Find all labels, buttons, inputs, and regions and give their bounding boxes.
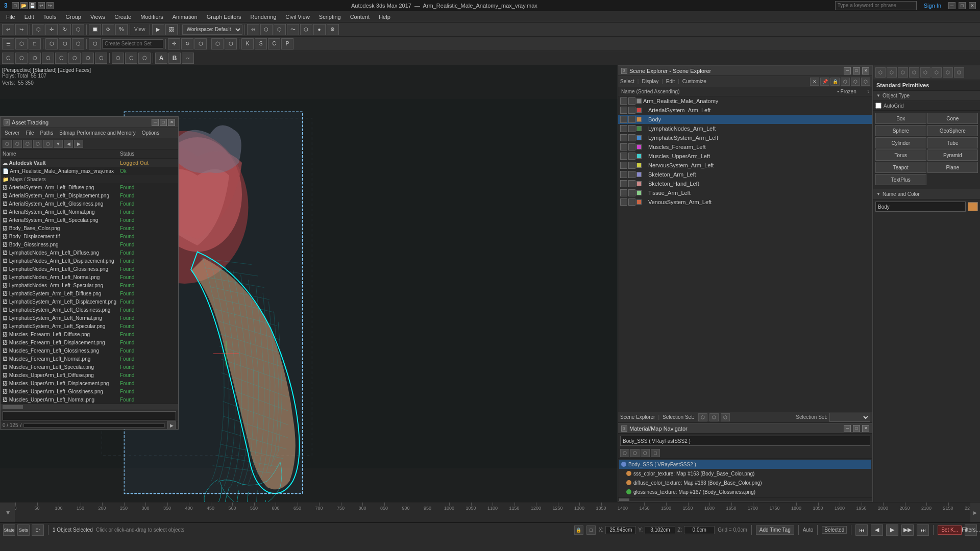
name-color-swatch[interactable] (968, 202, 978, 211)
asset-restore-btn[interactable]: □ (160, 119, 167, 126)
at-menu-file[interactable]: File (23, 130, 36, 136)
er-btn[interactable]: Er (32, 524, 44, 536)
at-menu-bitmap-perf[interactable]: Bitmap Performance and Memory (57, 130, 138, 136)
shape-btn-3[interactable]: ⬡ (138, 53, 151, 64)
redo-tool[interactable]: ↪ (15, 24, 28, 35)
set-key-btn[interactable]: Set K... (938, 525, 962, 535)
primitive-tube-btn[interactable]: Tube (927, 137, 978, 148)
asset-list-item[interactable]: 🖼 ArterialSystem_Arm_Left_Displacement.p… (1, 191, 178, 199)
viewport-nav-3[interactable]: ⬡ (29, 53, 41, 64)
props-icon-3[interactable]: ⬡ (898, 67, 908, 78)
asset-minimize-btn[interactable]: ─ (152, 119, 159, 126)
scene-list-item[interactable]: Tissue_Arm_Left (618, 188, 872, 197)
menu-tools[interactable]: Tools (39, 13, 61, 21)
object-type-section-header[interactable]: ▼ Object Type (873, 91, 980, 101)
primitive-pyramid-btn[interactable]: Pyramid (927, 149, 978, 161)
mirror-tool[interactable]: ⇔ (247, 24, 259, 35)
keyboard-shortcut-override-btn[interactable]: K (241, 38, 254, 49)
redo-btn[interactable]: ↪ (46, 2, 54, 9)
asset-list-item[interactable]: 🖼 ArterialSystem_Arm_Left_Specular.pngFo… (1, 216, 178, 224)
reference-coord-btn[interactable]: ⬡ (211, 38, 224, 49)
menu-modifiers[interactable]: Modifiers (136, 13, 167, 21)
at-tb-btn-8[interactable]: ▶ (74, 140, 83, 148)
rotate-transform-btn[interactable]: ↻ (181, 38, 193, 49)
asset-list-item[interactable]: 🖼 Muscles_Forearm_Left_Glossiness.pngFou… (1, 346, 178, 355)
at-menu-paths[interactable]: Paths (38, 130, 56, 136)
at-tb-btn-6[interactable]: ▼ (54, 140, 63, 148)
name-color-section-header[interactable]: ▼ Name and Color (873, 189, 980, 199)
asset-scrollbar-horizontal[interactable] (1, 404, 178, 410)
sign-in-btn[interactable]: Sign In (924, 3, 941, 9)
render-toggle[interactable] (628, 171, 635, 178)
scene-list-item[interactable]: ArterialSystem_Arm_Left (618, 106, 872, 115)
scene-list-item[interactable]: Skeleton_Hand_Left (618, 179, 872, 188)
at-tb-btn-3[interactable]: ⬡ (23, 140, 32, 148)
scene-exp-customize[interactable]: Customize (682, 79, 706, 84)
scene-exp-icon-1[interactable]: ⬡ (841, 78, 850, 86)
mat-list-item[interactable]: Body_SSS ( VRayFastSSS2 ) (619, 460, 871, 469)
menu-civil-view[interactable]: Civil View (281, 13, 313, 21)
render-toggle[interactable] (628, 143, 635, 151)
key-filters-btn[interactable]: Filters... (965, 524, 977, 536)
schematic-btn[interactable]: ⬡ (300, 24, 312, 35)
scene-list-item[interactable]: Muscles_UpperArm_Left (618, 152, 872, 161)
named-sel-btn[interactable]: ⬡ (89, 38, 101, 49)
viewport-nav-5[interactable]: ⬡ (55, 53, 67, 64)
menu-graph-editors[interactable]: Graph Editors (203, 13, 246, 21)
asset-list-item[interactable]: 📄 Arm_Realistic_Male_Anatomy_max_vray.ma… (1, 167, 178, 175)
scene-list-item[interactable]: LymphaticSystem_Arm_Left (618, 133, 872, 142)
props-icon-5[interactable]: ⬡ (920, 67, 930, 78)
undo-btn[interactable]: ↩ (38, 2, 45, 9)
visibility-toggle[interactable] (620, 143, 627, 151)
scene-exp-icon-2[interactable]: ⬡ (851, 78, 860, 86)
close-btn[interactable]: ✕ (969, 2, 976, 9)
at-menu-options[interactable]: Options (140, 130, 161, 136)
asset-list-item[interactable]: 🖼 LymphaticSystem_Arm_Left_Normal.pngFou… (1, 314, 178, 322)
scene-list-item[interactable]: Skeleton_Arm_Left (618, 170, 872, 179)
play-btn[interactable]: ▶ (886, 524, 898, 536)
at-tb-btn-2[interactable]: ⬡ (13, 140, 22, 148)
curve-editor-btn[interactable]: 〜 (287, 24, 299, 35)
scene-selection-set-dropdown[interactable] (829, 413, 870, 422)
menu-edit[interactable]: Edit (20, 13, 38, 21)
viewport-nav-2[interactable]: ⬡ (15, 53, 28, 64)
scene-exp-lock[interactable]: 🔒 (830, 78, 840, 86)
mat-nav-close[interactable]: ✕ (862, 425, 869, 432)
viewport-nav-8[interactable]: ⬡ (95, 53, 107, 64)
minimize-btn[interactable]: ─ (948, 2, 955, 9)
render-toggle[interactable] (628, 107, 635, 114)
scene-list-item[interactable]: Body (618, 115, 872, 124)
render-toggle[interactable] (628, 162, 635, 169)
mat-nav-list[interactable]: Body_SSS ( VRayFastSSS2 )sss_color_textu… (618, 459, 872, 497)
asset-list-item[interactable]: 🖼 Muscles_Forearm_Left_Specular.pngFound (1, 363, 178, 371)
menu-scripting[interactable]: Scripting (315, 13, 345, 21)
mat-list-item[interactable]: sss_color_texture: Map #163 (Body_Base_C… (619, 469, 871, 478)
z-coord-value[interactable]: 0,0cm (684, 526, 715, 534)
scene-exp-edit[interactable]: Edit (666, 79, 675, 84)
render-toggle[interactable] (628, 134, 635, 141)
scene-exp-pin[interactable]: 📌 (820, 78, 829, 86)
visibility-toggle[interactable] (620, 97, 627, 105)
props-icon-8[interactable]: ⬡ (954, 67, 964, 78)
add-time-tag-btn[interactable]: Add Time Tag (756, 525, 794, 535)
asset-list-item[interactable]: 🖼 Muscles_Forearm_Left_Normal.pngFound (1, 355, 178, 363)
percent-snap-tool[interactable]: % (115, 24, 128, 35)
material-editor-btn[interactable]: ● (313, 24, 326, 35)
render-setup-btn[interactable]: ⚙ (327, 24, 339, 35)
primitive-sphere-btn[interactable]: Sphere (875, 125, 926, 136)
angle-snap-tool[interactable]: ⟳ (102, 24, 114, 35)
scene-exp-icon-mode[interactable]: ⬡ (698, 413, 707, 421)
select-region-btn[interactable]: ⬡ (59, 38, 71, 49)
play-fwd-btn[interactable]: ▶▶ (901, 524, 914, 536)
mat-nav-scrollbar[interactable] (618, 497, 872, 502)
selection-filter-btn[interactable]: ☰ (2, 38, 14, 49)
asset-list-item[interactable]: 🖼 Body_Displacement.tifFound (1, 232, 178, 240)
visibility-toggle[interactable] (620, 198, 627, 206)
shape-btn-1[interactable]: ⬡ (112, 53, 124, 64)
menu-content[interactable]: Content (346, 13, 374, 21)
snap-tool[interactable]: 🔲 (89, 24, 101, 35)
asset-list-item[interactable]: ☁ Autodesk VaultLogged Out (1, 159, 178, 167)
asset-list-item[interactable]: 🖼 Muscles_Forearm_Left_Diffuse.pngFound (1, 330, 178, 338)
viewport-nav-1[interactable]: ⬡ (2, 53, 14, 64)
pivot-btn[interactable]: ⬡ (225, 38, 237, 49)
